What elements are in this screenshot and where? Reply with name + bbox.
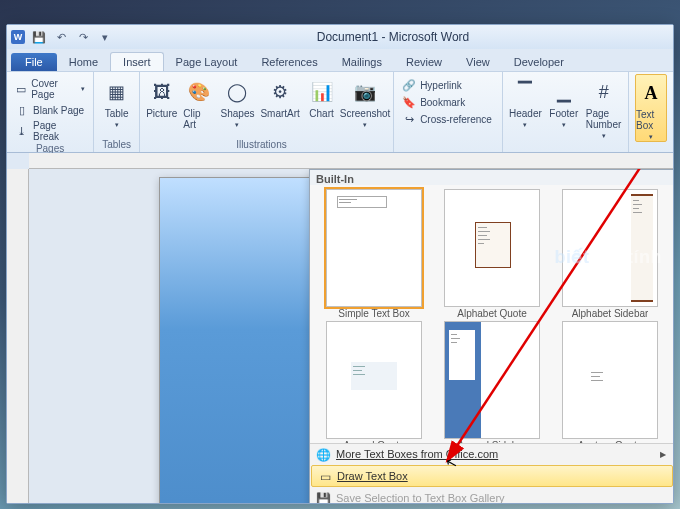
clip-art-button[interactable]: 🎨Clip Art [183, 74, 214, 139]
header-icon: ▔ [511, 78, 539, 106]
word-app-icon: W [11, 30, 25, 44]
hyperlink-icon: 🔗 [402, 78, 416, 92]
chart-icon: 📊 [308, 78, 336, 106]
ribbon: ▭Cover Page ▾ ▯Blank Page ⤓Page Break Pa… [7, 71, 673, 153]
page-icon: ▭ [15, 82, 27, 96]
gallery-item-alphabet-quote[interactable]: ▬▬▬▬▬▬▬▬▬▬▬▬▬▬▬▬ Alphabet Quote [434, 189, 550, 319]
screenshot-icon: 📷 [351, 78, 379, 106]
text-box-gallery-dropdown: Built-In ▬▬▬▬▬▬▬▬▬▬ Simple Text Box ▬▬▬▬… [309, 169, 673, 503]
group-label: Illustrations [146, 139, 387, 152]
screenshot-button[interactable]: 📷Screenshot▾ [343, 74, 387, 139]
page-break-button[interactable]: ⤓Page Break [13, 119, 87, 143]
crossref-icon: ↪ [402, 112, 416, 126]
page-number-icon: # [590, 78, 618, 106]
save-icon[interactable]: 💾 [31, 29, 47, 45]
document-area: Built-In ▬▬▬▬▬▬▬▬▬▬ Simple Text Box ▬▬▬▬… [7, 169, 673, 503]
blank-page-button[interactable]: ▯Blank Page [13, 102, 87, 118]
title-bar: W 💾 ↶ ↷ ▾ Document1 - Microsoft Word [7, 25, 673, 49]
table-button[interactable]: ▦ Table▾ [100, 74, 133, 139]
picture-button[interactable]: 🖼Picture [146, 74, 177, 139]
footer-icon: ▁ [550, 78, 578, 106]
office-icon: 🌐 [315, 447, 331, 463]
draw-text-box-menu[interactable]: ▭ Draw Text Box [311, 465, 673, 487]
undo-icon[interactable]: ↶ [53, 29, 69, 45]
table-icon: ▦ [103, 78, 131, 106]
vertical-ruler[interactable] [7, 169, 29, 503]
shapes-button[interactable]: ◯Shapes▾ [221, 74, 255, 139]
page-icon: ▯ [15, 103, 29, 117]
save-icon: 💾 [315, 491, 331, 503]
gallery-item-austere-quote[interactable]: ▬▬▬▬▬▬▬▬▬▬▬ Austere Quote [552, 321, 668, 443]
text-box-icon: A [637, 79, 665, 107]
picture-icon: 🖼 [148, 78, 176, 106]
bookmark-icon: 🔖 [402, 95, 416, 109]
window-title: Document1 - Microsoft Word [113, 30, 673, 44]
ribbon-tabs: File Home Insert Page Layout References … [7, 49, 673, 71]
tab-file[interactable]: File [11, 53, 57, 71]
smartart-button[interactable]: ⚙SmartArt [260, 74, 299, 139]
horizontal-ruler[interactable] [29, 153, 673, 169]
gallery-item-simple-text-box[interactable]: ▬▬▬▬▬▬▬▬▬▬ Simple Text Box [316, 189, 432, 319]
chart-button[interactable]: 📊Chart [306, 74, 337, 139]
clip-art-icon: 🎨 [185, 78, 213, 106]
chevron-right-icon: ▶ [660, 450, 666, 459]
qat-customize-icon[interactable]: ▾ [97, 29, 113, 45]
cover-page-button[interactable]: ▭Cover Page ▾ [13, 77, 87, 101]
text-box-button[interactable]: AText Box▾ [635, 74, 667, 142]
footer-button[interactable]: ▁Footer▾ [548, 74, 580, 140]
tab-home[interactable]: Home [57, 53, 110, 71]
gallery-item-annual-quote[interactable]: ▬▬▬▬▬▬▬▬▬▬▬ Annual Quote [316, 321, 432, 443]
tab-page-layout[interactable]: Page Layout [164, 53, 250, 71]
tab-review[interactable]: Review [394, 53, 454, 71]
page-number-button[interactable]: #Page Number▾ [586, 74, 622, 140]
tab-developer[interactable]: Developer [502, 53, 576, 71]
smartart-icon: ⚙ [266, 78, 294, 106]
text-box-icon: ▭ [317, 469, 333, 485]
gallery-heading: Built-In [310, 170, 673, 185]
break-icon: ⤓ [15, 124, 29, 138]
cross-reference-button[interactable]: ↪Cross-reference [400, 111, 494, 127]
hyperlink-button[interactable]: 🔗Hyperlink [400, 77, 494, 93]
gallery-item-annual-sidebar[interactable]: ▬▬▬▬▬▬▬ Annual Sidebar [434, 321, 550, 443]
watermark: biếtmáytính [554, 246, 662, 268]
group-label: Tables [100, 139, 133, 152]
tab-references[interactable]: References [249, 53, 329, 71]
more-text-boxes-menu[interactable]: 🌐 More Text Boxes from Office.com ▶ [310, 444, 673, 464]
bookmark-button[interactable]: 🔖Bookmark [400, 94, 494, 110]
shapes-icon: ◯ [223, 78, 251, 106]
tab-insert[interactable]: Insert [110, 52, 164, 71]
save-selection-menu: 💾 Save Selection to Text Box Gallery [310, 488, 673, 503]
redo-icon[interactable]: ↷ [75, 29, 91, 45]
tab-view[interactable]: View [454, 53, 502, 71]
tab-mailings[interactable]: Mailings [330, 53, 394, 71]
header-button[interactable]: ▔Header▾ [509, 74, 542, 140]
